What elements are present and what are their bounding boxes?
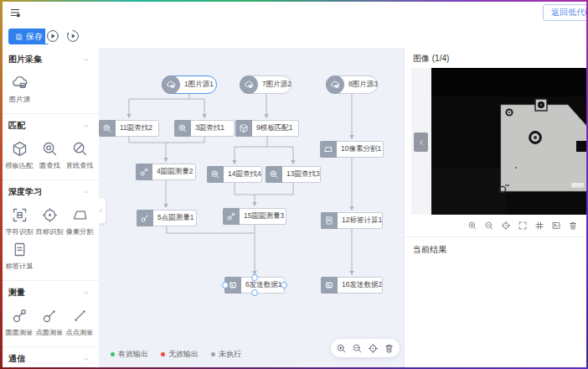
device-icon [321,277,338,294]
node-label: 5点圆测量1 [153,213,198,223]
image-canvas [431,68,588,215]
section-items: 圆圆测量 点圆测量 点点测量 [0,302,99,346]
run-button[interactable] [45,29,60,44]
legend-invalid-output: 无效输出 [161,349,199,360]
tool-pixel-segment[interactable]: 像素分割 [64,206,95,237]
legend-label: 无效输出 [168,349,199,360]
sidebar-collapse-handle[interactable] [99,197,106,224]
section-items: 图片源 [0,69,99,113]
section-title: 图片采集 [8,54,42,65]
node-label: 12标签计算1 [338,216,386,226]
flow-node-label-calc-1[interactable]: 12标签计算1 [321,212,383,229]
play-icon [45,29,60,44]
section-items: 字符识别 目标识别 像素分割 标签计算 [0,201,99,280]
node-label: 13圆查找3 [282,169,324,179]
delete-button[interactable] [384,343,395,354]
current-results-title: 当前结果 [405,237,588,262]
flow-node-image-source-3[interactable]: 8图片源3 [326,75,378,94]
save-image-button[interactable] [551,221,561,231]
flow-node-circle-find-1[interactable]: 3圆查找1 [174,120,235,137]
tool-label: 点点测量 [65,328,93,338]
prev-image-button[interactable] [414,133,428,152]
zoom-in-button[interactable] [336,343,347,354]
tool-label: 圆查找 [39,161,60,171]
zoom-out-button[interactable] [484,221,494,231]
legend-label: 未执行 [219,349,241,360]
section-header-match[interactable]: 匹配 [0,114,99,135]
chevron-down-icon [82,55,90,64]
flow-node-pixel-segment-1[interactable]: 10像素分割1 [320,141,384,158]
tool-sidebar: 图片采集 图片源 匹配 模板匹配 圆查找 直线查找 [0,48,100,369]
section-header-deep-learning[interactable]: 深度学习 [0,180,99,201]
measure-cc-icon [136,164,152,180]
tool-label: 图片源 [9,95,30,105]
section-title: 测量 [8,287,25,299]
chevron-left-icon [99,207,105,215]
flow-node-cc-measure-2[interactable]: 4圆圆测量2 [136,164,196,180]
flow-menu-icon[interactable] [8,7,22,18]
section-header-communication[interactable]: 通信 [0,347,99,368]
node-handle[interactable] [251,274,258,281]
measure-cc-icon [223,208,240,225]
section-image-capture: 图片采集 图片源 [0,48,99,114]
image-toolbar [405,215,588,237]
node-handle[interactable] [251,289,258,296]
red-dot-icon [161,352,165,356]
save-button[interactable]: 保存 [8,29,49,44]
tool-label: 直线查找 [65,161,93,171]
flow-node-image-source-2[interactable]: 7图片源2 [240,75,291,94]
zoom-out-button[interactable] [352,343,363,354]
image-counter-title: 图像 (1/4) [405,48,588,68]
chevron-down-icon [82,188,90,196]
tool-point-circle-measure[interactable]: 点圆测量 [34,307,64,338]
node-handle[interactable] [222,282,229,288]
fit-view-button[interactable] [368,343,379,354]
zoom-in-button[interactable] [467,221,477,231]
flow-canvas[interactable]: 1图片源1 7图片源2 8图片源3 11圆查找2 3圆查找1 9模板匹配1 10… [99,48,404,369]
run-once-button[interactable] [65,29,80,44]
tool-object-detect[interactable]: 目标识别 [34,206,64,237]
tool-circle-circle-measure[interactable]: 圆圆测量 [4,307,34,338]
node-handle[interactable] [281,282,287,288]
back-to-lowcode-button[interactable]: 返回低代码 [543,4,588,21]
tool-circle-find[interactable]: 圆查找 [34,140,64,171]
tool-label-calc[interactable]: 标签计算 [4,241,34,272]
flow-node-send-data-2[interactable]: 16发送数据2 [321,277,383,294]
node-label: 16发送数据2 [338,280,386,290]
circle-find-icon [99,120,116,137]
status-legend: 有效输出 无效输出 未执行 [111,349,241,360]
tool-template-match[interactable]: 模板匹配 [4,140,34,171]
section-communication: 通信 [0,347,99,369]
section-header-measure[interactable]: 测量 [0,281,99,302]
flow-node-circle-find-3[interactable]: 13圆查找3 [266,166,321,183]
save-icon [15,33,23,41]
target-icon [41,206,59,224]
tool-label: 点圆测量 [35,328,63,338]
circle-find-icon [41,140,59,158]
tool-point-point-measure[interactable]: 点点测量 [64,307,95,338]
grid-button[interactable] [534,221,544,231]
tool-label: 字符识别 [5,227,33,237]
chevron-left-icon [417,138,426,147]
flow-node-template-match-1[interactable]: 9模板匹配1 [235,120,299,137]
tool-ocr[interactable]: 字符识别 [4,206,34,237]
tool-line-find[interactable]: 直线查找 [64,140,95,171]
flow-node-pc-measure-1[interactable]: 5点圆测量1 [137,210,197,226]
section-deep-learning: 深度学习 字符识别 目标识别 像素分割 标签计算 [0,180,99,281]
tool-image-source[interactable]: 图片源 [4,74,34,105]
save-button-label: 保存 [26,31,43,43]
measure-pp-icon [71,307,89,325]
legend-not-executed: 未执行 [211,349,241,360]
delete-image-button[interactable] [568,221,578,231]
flow-node-circle-find-2[interactable]: 11圆查找2 [99,120,159,137]
fullscreen-button[interactable] [518,221,528,231]
flow-node-image-source-1[interactable]: 1图片源1 [162,75,217,94]
action-toolbar: 保存 [0,25,588,49]
cube-icon [11,140,28,158]
flow-node-circle-find-4[interactable]: 14圆查找4 [207,166,262,183]
image-viewer [411,68,588,215]
flow-node-cc-measure-3[interactable]: 15圆圆测量3 [223,208,286,225]
flow-node-send-data-1[interactable]: 6发送数据1 [224,277,285,294]
section-header-image-capture[interactable]: 图片采集 [0,48,99,69]
locate-button[interactable] [501,221,511,231]
